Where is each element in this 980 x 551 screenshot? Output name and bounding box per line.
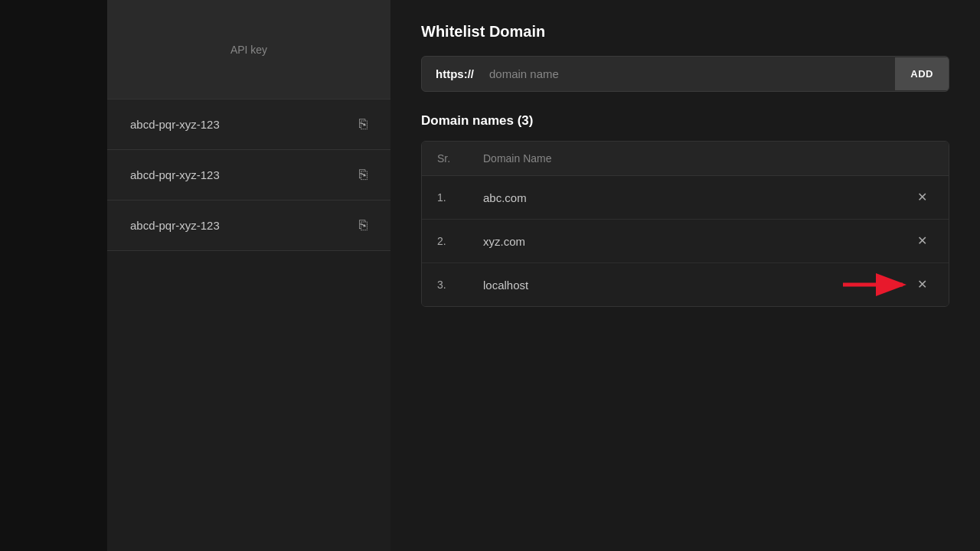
table-header: Sr. Domain Name xyxy=(422,142,949,176)
api-key-header: API key xyxy=(107,0,390,99)
domain-input-prefix: https:// xyxy=(422,57,482,91)
api-key-item[interactable]: abcd-pqr-xyz-123 ⎘ xyxy=(107,201,390,251)
api-key-value: abcd-pqr-xyz-123 xyxy=(130,219,220,232)
domain-names-title: Domain names (3) xyxy=(421,113,949,129)
api-key-item[interactable]: abcd-pqr-xyz-123 ⎘ xyxy=(107,150,390,201)
table-row: 3. localhost ✕ xyxy=(422,263,949,306)
col-header-domain: Domain Name xyxy=(483,152,933,165)
red-arrow-annotation xyxy=(843,273,912,296)
domain-input[interactable] xyxy=(482,57,895,91)
domain-names-section: Domain names (3) Sr. Domain Name 1. abc.… xyxy=(421,113,949,307)
remove-domain-button[interactable]: ✕ xyxy=(911,188,933,207)
domain-table: Sr. Domain Name 1. abc.com ✕ 2. xyz.com … xyxy=(421,141,949,307)
api-key-value: abcd-pqr-xyz-123 xyxy=(130,118,220,131)
copy-icon[interactable]: ⎘ xyxy=(359,167,368,183)
main-content: Whitelist Domain https:// ADD Domain nam… xyxy=(390,0,980,551)
whitelist-section: Whitelist Domain https:// ADD xyxy=(421,23,949,92)
row-sr: 1. xyxy=(437,191,483,204)
api-key-empty-area xyxy=(107,251,390,551)
row-domain: abc.com xyxy=(483,191,911,204)
whitelist-title: Whitelist Domain xyxy=(421,23,949,41)
add-domain-button[interactable]: ADD xyxy=(895,57,949,90)
remove-domain-button[interactable]: ✕ xyxy=(911,232,933,250)
table-row: 2. xyz.com ✕ xyxy=(422,220,949,263)
domain-count-badge: (3) xyxy=(518,113,534,128)
col-header-sr: Sr. xyxy=(437,152,483,165)
left-sidebar xyxy=(0,0,107,551)
api-key-item[interactable]: abcd-pqr-xyz-123 ⎘ xyxy=(107,99,390,150)
row-domain: xyz.com xyxy=(483,235,911,248)
copy-icon[interactable]: ⎘ xyxy=(359,217,368,233)
row-sr: 3. xyxy=(437,279,483,291)
row-sr: 2. xyxy=(437,235,483,247)
copy-icon[interactable]: ⎘ xyxy=(359,116,368,132)
remove-domain-button[interactable]: ✕ xyxy=(911,276,933,294)
api-key-header-label: API key xyxy=(230,44,267,56)
table-row: 1. abc.com ✕ xyxy=(422,176,949,220)
api-key-value: abcd-pqr-xyz-123 xyxy=(130,168,220,181)
domain-input-container: https:// ADD xyxy=(421,56,949,92)
api-key-panel: API key abcd-pqr-xyz-123 ⎘ abcd-pqr-xyz-… xyxy=(107,0,390,551)
